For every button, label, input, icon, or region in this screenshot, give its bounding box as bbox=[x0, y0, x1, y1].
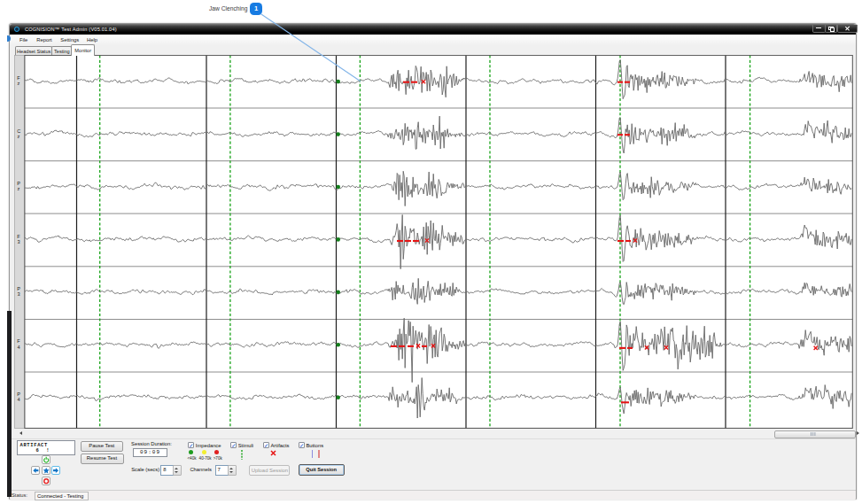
svg-text:4: 4 bbox=[17, 397, 19, 402]
svg-text:C: C bbox=[17, 128, 20, 134]
svg-text:P: P bbox=[17, 392, 20, 397]
svg-text:z: z bbox=[17, 134, 19, 139]
svg-text:3: 3 bbox=[17, 239, 19, 244]
svg-text:4: 4 bbox=[17, 345, 19, 350]
svg-text:P: P bbox=[17, 286, 20, 291]
svg-text:F: F bbox=[17, 338, 20, 344]
svg-text:z: z bbox=[17, 81, 19, 86]
svg-text:3: 3 bbox=[17, 291, 19, 297]
svg-text:F: F bbox=[17, 234, 20, 239]
svg-text:F: F bbox=[17, 75, 20, 81]
svg-text:P: P bbox=[17, 181, 20, 186]
svg-text:z: z bbox=[17, 186, 19, 191]
